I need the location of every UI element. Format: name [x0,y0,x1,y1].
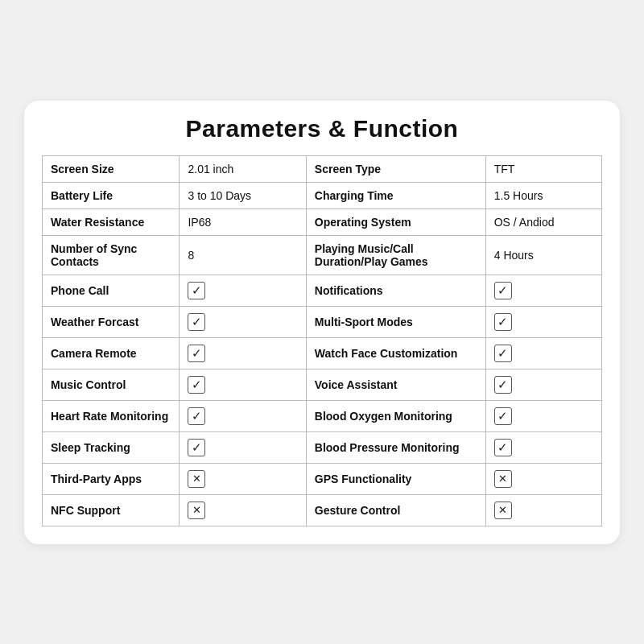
label-right-4: Notifications [306,275,485,306]
label-right-7: Voice Assistant [306,369,485,400]
value-right-8: ✓ [485,400,601,431]
value-left-3: 8 [180,235,306,275]
check-icon: ✓ [494,313,512,331]
value-right-3: 4 Hours [485,235,601,275]
value-left-7: ✓ [180,369,306,400]
check-icon: ✓ [188,439,205,456]
label-left-2: Water Resistance [43,208,180,235]
value-left-6: ✓ [180,337,306,369]
label-left-9: Sleep Tracking [43,431,180,463]
label-left-10: Third-Party Apps [43,463,180,494]
value-left: 2.01 inch [188,163,233,175]
value-right: 1.5 Hours [494,189,543,202]
cross-icon: ✕ [188,470,205,488]
value-right: TFT [494,163,515,175]
page-title: Parameters & Function [42,115,602,142]
check-icon: ✓ [188,282,205,299]
value-left-1: 3 to 10 Days [180,182,306,208]
value-right-11: ✕ [485,494,601,526]
params-table: Screen Size 2.01 inch Screen Type TFT Ba… [42,155,602,526]
label-right-1: Charging Time [306,182,485,208]
label-left-4: Phone Call [43,275,180,306]
label-right-10: GPS Functionality [306,463,485,494]
value-right-2: OS / Andiod [485,208,601,235]
value-right-1: 1.5 Hours [485,182,601,208]
value-right-0: TFT [485,155,601,182]
value-left-11: ✕ [180,494,306,526]
check-icon: ✓ [494,345,512,362]
label-right-0: Screen Type [306,155,485,182]
label-right-2: Operating System [306,208,485,235]
value-left-4: ✓ [180,275,306,306]
value-right-4: ✓ [485,275,601,306]
value-left-5: ✓ [180,306,306,337]
value-right: OS / Andiod [494,216,555,229]
value-right: 4 Hours [494,249,534,262]
check-icon: ✓ [494,282,512,299]
value-right-10: ✕ [485,463,601,494]
value-left-8: ✓ [180,400,306,431]
value-right-7: ✓ [485,369,601,400]
label-left-3: Number of Sync Contacts [43,235,180,275]
check-icon: ✓ [188,407,205,425]
label-right-9: Blood Pressure Monitoring [306,431,485,463]
check-icon: ✓ [188,313,205,331]
label-left-1: Battery Life [43,182,180,208]
cross-icon: ✕ [188,502,205,519]
value-left: IP68 [188,216,211,229]
value-right-9: ✓ [485,431,601,463]
label-left-7: Music Control [43,369,180,400]
value-left: 8 [188,249,194,262]
value-left-0: 2.01 inch [180,155,306,182]
label-left-8: Heart Rate Monitoring [43,400,180,431]
card: Parameters & Function Screen Size 2.01 i… [24,101,620,544]
cross-icon: ✕ [494,502,512,519]
value-right-5: ✓ [485,306,601,337]
label-right-3: Playing Music/Call Duration/Play Games [306,235,485,275]
value-left-2: IP68 [180,208,306,235]
label-right-11: Gesture Control [306,494,485,526]
label-left-5: Weather Forcast [43,306,180,337]
check-icon: ✓ [188,376,205,394]
label-right-6: Watch Face Customization [306,337,485,369]
check-icon: ✓ [188,345,205,362]
label-right-8: Blood Oxygen Monitoring [306,400,485,431]
value-right-6: ✓ [485,337,601,369]
label-left-11: NFC Support [43,494,180,526]
label-left-6: Camera Remote [43,337,180,369]
cross-icon: ✕ [494,470,512,488]
check-icon: ✓ [494,439,512,456]
label-right-5: Multi-Sport Modes [306,306,485,337]
check-icon: ✓ [494,376,512,394]
value-left: 3 to 10 Days [188,189,251,202]
check-icon: ✓ [494,407,512,425]
value-left-10: ✕ [180,463,306,494]
value-left-9: ✓ [180,431,306,463]
label-left-0: Screen Size [43,155,180,182]
